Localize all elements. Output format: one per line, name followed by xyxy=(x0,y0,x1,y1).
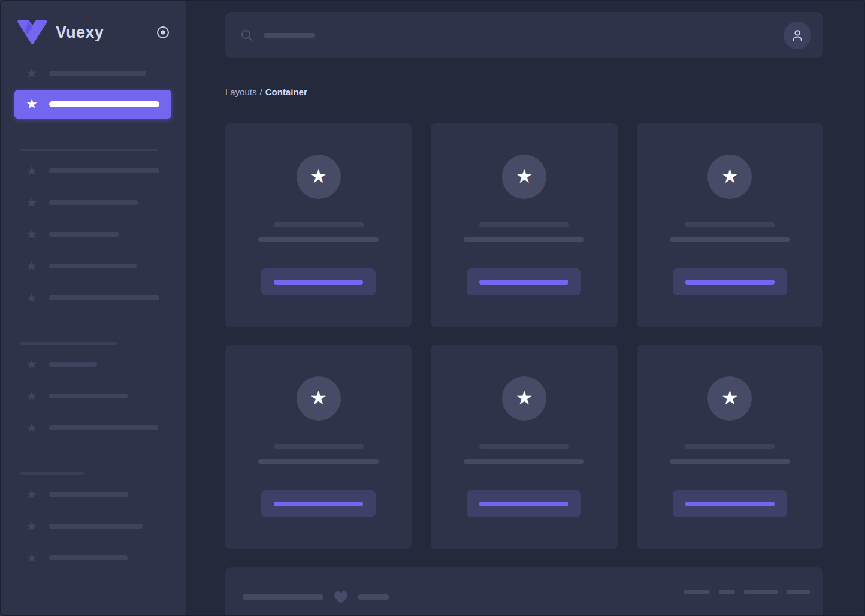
card-action-button[interactable] xyxy=(467,268,581,295)
app: Vuexy ★ ★ ★ xyxy=(0,0,865,616)
star-icon: ★ xyxy=(25,520,38,532)
card-action-button[interactable] xyxy=(261,268,376,295)
button-label-placeholder xyxy=(685,280,775,285)
nav-label-placeholder xyxy=(49,264,137,268)
star-icon: ★ xyxy=(25,98,38,111)
skeleton-card: ★ xyxy=(637,345,823,549)
record-circle-icon xyxy=(156,25,170,40)
card-avatar-circle: ★ xyxy=(297,376,341,421)
sidebar-item[interactable]: ★ xyxy=(0,380,186,412)
nav-label-placeholder xyxy=(49,524,143,529)
nav-section: ★ ★ ★ xyxy=(0,478,186,573)
card-action-button[interactable] xyxy=(261,490,376,517)
card-title-placeholder xyxy=(685,222,775,227)
vuexy-logo-icon xyxy=(17,20,48,44)
nav-label-placeholder xyxy=(49,200,138,205)
star-icon: ★ xyxy=(516,388,533,409)
nav-label-placeholder xyxy=(49,394,128,398)
breadcrumb-link-layouts[interactable]: Layouts xyxy=(225,87,257,97)
skeleton-card: ★ xyxy=(637,123,823,327)
footer-link-placeholder[interactable] xyxy=(787,590,810,594)
nav-section: ★ ★ ★ ★ ★ xyxy=(0,155,186,313)
card-grid: ★ ★ ★ xyxy=(225,123,823,549)
sidebar-item[interactable]: ★ xyxy=(0,218,186,250)
search-icon xyxy=(240,28,254,43)
button-label-placeholder xyxy=(479,280,568,285)
footer-text-placeholder xyxy=(243,594,323,600)
card-avatar-circle: ★ xyxy=(502,376,546,421)
skeleton-card: ★ xyxy=(431,345,617,549)
card-title-placeholder xyxy=(274,222,364,227)
heart-icon xyxy=(333,590,349,604)
skeleton-card: ★ xyxy=(431,123,617,327)
card-title-placeholder xyxy=(479,444,569,449)
nav-label-placeholder xyxy=(49,168,159,173)
star-icon: ★ xyxy=(25,164,38,177)
nav-label-placeholder xyxy=(49,101,159,107)
sidebar-item[interactable]: ★ xyxy=(0,155,186,186)
star-icon: ★ xyxy=(25,67,38,79)
sidebar: Vuexy ★ ★ ★ xyxy=(0,0,186,616)
star-icon: ★ xyxy=(310,388,327,409)
sidebar-pin-toggle[interactable] xyxy=(156,25,170,40)
search-placeholder xyxy=(264,33,315,38)
brand: Vuexy xyxy=(0,0,186,44)
sidebar-item[interactable]: ★ xyxy=(0,348,186,380)
nav-label-placeholder xyxy=(49,232,119,237)
nav-label-placeholder xyxy=(49,362,97,367)
card-avatar-circle: ★ xyxy=(297,155,341,199)
sidebar-item[interactable]: ★ xyxy=(0,412,186,443)
sidebar-item[interactable]: ★ xyxy=(0,282,186,313)
sidebar-item[interactable]: ★ xyxy=(0,57,186,89)
breadcrumb-current: Container xyxy=(265,87,307,97)
sidebar-item-active[interactable]: ★ xyxy=(14,90,171,119)
star-icon: ★ xyxy=(25,358,38,370)
card-subtitle-placeholder xyxy=(258,237,379,242)
card-action-button[interactable] xyxy=(673,490,787,517)
nav-label-placeholder xyxy=(49,295,159,300)
footer-copyright xyxy=(243,590,389,604)
star-icon: ★ xyxy=(721,388,739,409)
card-subtitle-placeholder xyxy=(464,459,584,464)
footer-link-placeholder[interactable] xyxy=(744,590,778,594)
nav-label-placeholder xyxy=(49,492,128,497)
star-icon: ★ xyxy=(25,488,38,500)
star-icon: ★ xyxy=(25,421,38,434)
footer-text-placeholder xyxy=(358,594,389,600)
breadcrumb-separator: / xyxy=(260,87,262,97)
footer-links xyxy=(684,590,810,594)
person-icon xyxy=(790,28,805,43)
sidebar-item[interactable]: ★ xyxy=(0,510,186,542)
card-subtitle-placeholder xyxy=(670,237,790,242)
nav-label-placeholder xyxy=(49,555,128,560)
footer-link-placeholder[interactable] xyxy=(684,590,710,594)
card-subtitle-placeholder xyxy=(670,459,790,464)
nav-section: ★ ★ ★ xyxy=(0,348,186,443)
main-content: Layouts/Container ★ ★ xyxy=(186,0,865,616)
sidebar-item[interactable]: ★ xyxy=(0,250,186,282)
sidebar-item[interactable]: ★ xyxy=(0,186,186,218)
search-bar[interactable] xyxy=(225,12,823,58)
nav-section-header-placeholder xyxy=(20,472,84,475)
star-icon: ★ xyxy=(25,291,38,304)
button-label-placeholder xyxy=(479,502,568,506)
user-avatar-button[interactable] xyxy=(784,22,811,49)
skeleton-card: ★ xyxy=(225,123,412,327)
sidebar-item[interactable]: ★ xyxy=(0,542,186,573)
button-label-placeholder xyxy=(685,502,775,506)
button-label-placeholder xyxy=(274,280,363,285)
card-subtitle-placeholder xyxy=(464,237,584,242)
star-icon: ★ xyxy=(25,196,38,209)
nav-section-header-placeholder xyxy=(20,149,158,151)
star-icon: ★ xyxy=(25,228,38,240)
nav-label-placeholder xyxy=(49,71,146,76)
star-icon: ★ xyxy=(25,389,38,402)
breadcrumb: Layouts/Container xyxy=(225,87,823,98)
footer xyxy=(225,567,823,616)
nav-section-header-placeholder xyxy=(20,342,117,345)
star-icon: ★ xyxy=(516,167,533,188)
sidebar-item[interactable]: ★ xyxy=(0,478,186,510)
card-action-button[interactable] xyxy=(467,490,581,517)
card-action-button[interactable] xyxy=(673,268,787,295)
footer-link-placeholder[interactable] xyxy=(719,590,735,594)
